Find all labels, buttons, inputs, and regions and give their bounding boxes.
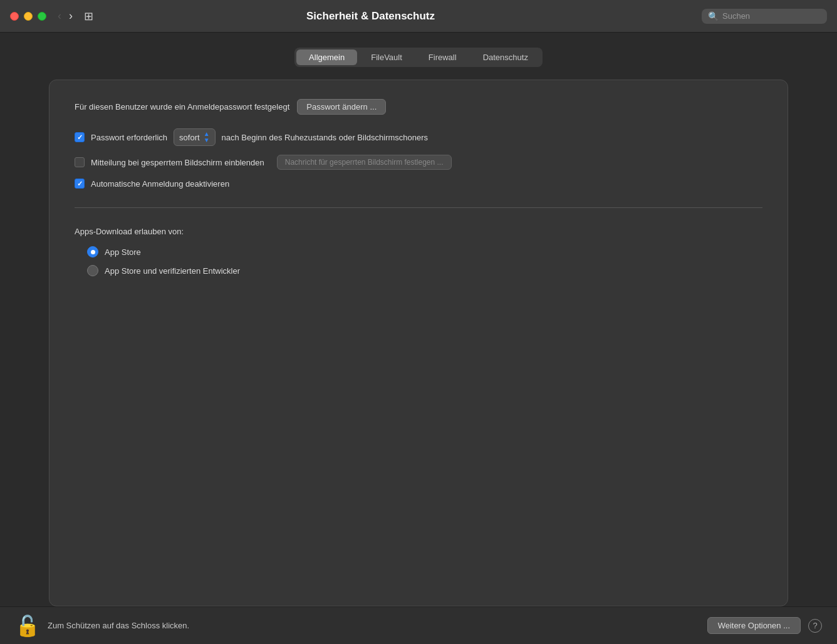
window-title: Sicherheit & Datenschutz	[39, 10, 702, 23]
password-required-label-after: nach Beginn des Ruhezustands oder Bildsc…	[222, 133, 429, 142]
password-set-label: Für diesen Benutzer wurde ein Anmeldepas…	[75, 102, 289, 112]
search-bar: 🔍	[702, 9, 827, 24]
lock-section: 🔓 Zum Schützen auf das Schloss klicken.	[15, 616, 189, 636]
password-required-row: Passwort erforderlich sofort ▲ ▼ nach Be…	[75, 128, 762, 146]
search-icon: 🔍	[708, 11, 719, 21]
apps-section-title: Apps-Download erlauben von:	[75, 227, 762, 236]
lock-text: Zum Schützen auf das Schloss klicken.	[48, 621, 189, 630]
tab-firewall[interactable]: Firewall	[416, 49, 469, 65]
radio-app-store[interactable]	[87, 246, 98, 257]
bottom-right-actions: Weitere Optionen ... ?	[707, 617, 822, 634]
radio-app-store-dev-row: App Store und verifizierten Entwickler	[87, 265, 762, 276]
apps-section: Apps-Download erlauben von: App Store Ap…	[75, 227, 762, 276]
tab-filevault[interactable]: FileVault	[358, 49, 415, 65]
titlebar: ‹ › ⊞ Sicherheit & Datenschutz 🔍	[0, 0, 837, 33]
tab-allgemein[interactable]: Allgemein	[296, 49, 357, 65]
password-time-dropdown[interactable]: sofort ▲ ▼	[174, 128, 215, 146]
radio-app-store-dev-label: App Store und verifizierten Entwickler	[105, 266, 240, 276]
lock-icon[interactable]: 🔓	[15, 616, 40, 636]
dropdown-arrows-icon: ▲ ▼	[204, 131, 210, 143]
help-button[interactable]: ?	[808, 619, 822, 633]
main-content: Allgemein FileVault Firewall Datenschutz…	[0, 33, 837, 606]
radio-app-store-dev[interactable]	[87, 265, 98, 276]
show-message-label: Mitteilung bei gesperrtem Bildschirm ein…	[91, 158, 264, 167]
set-message-button[interactable]: Nachricht für gesperrten Bildschirm fest…	[277, 155, 452, 170]
tab-datenschutz[interactable]: Datenschutz	[470, 49, 541, 65]
radio-app-store-label: App Store	[105, 247, 141, 257]
disable-autologin-label: Automatische Anmeldung deaktivieren	[91, 179, 229, 189]
dropdown-value: sofort	[179, 133, 200, 142]
content-panel: Für diesen Benutzer wurde ein Anmeldepas…	[49, 80, 788, 606]
bottom-bar: 🔓 Zum Schützen auf das Schloss klicken. …	[0, 606, 837, 644]
show-message-checkbox[interactable]	[75, 157, 85, 167]
disable-autologin-row: Automatische Anmeldung deaktivieren	[75, 179, 762, 189]
search-input[interactable]	[722, 11, 816, 21]
password-required-label-before: Passwort erforderlich	[91, 133, 167, 142]
password-required-checkbox[interactable]	[75, 132, 85, 142]
radio-group: App Store App Store und verifizierten En…	[75, 246, 762, 276]
tabs: Allgemein FileVault Firewall Datenschutz	[294, 48, 543, 67]
change-password-button[interactable]: Passwort ändern ...	[297, 99, 386, 115]
radio-app-store-row: App Store	[87, 246, 762, 257]
disable-autologin-checkbox[interactable]	[75, 179, 85, 189]
weitere-optionen-button[interactable]: Weitere Optionen ...	[707, 617, 801, 634]
close-button[interactable]	[10, 12, 19, 21]
minimize-button[interactable]	[24, 12, 33, 21]
show-message-row: Mitteilung bei gesperrtem Bildschirm ein…	[75, 155, 762, 170]
section-divider	[75, 207, 762, 208]
password-row: Für diesen Benutzer wurde ein Anmeldepas…	[75, 99, 762, 115]
